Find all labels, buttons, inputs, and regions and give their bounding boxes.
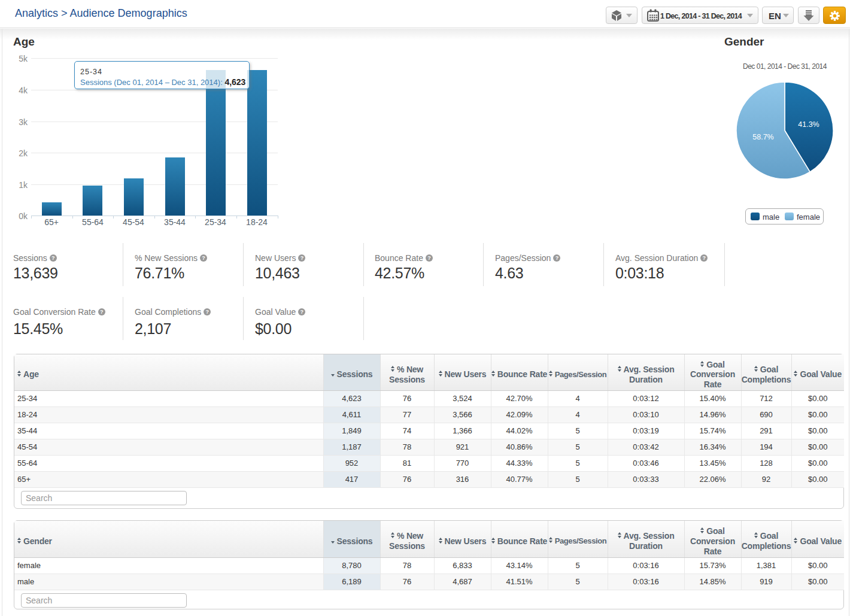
svg-text:58.7%: 58.7% [752, 133, 773, 141]
svg-text:41.3%: 41.3% [798, 120, 819, 129]
